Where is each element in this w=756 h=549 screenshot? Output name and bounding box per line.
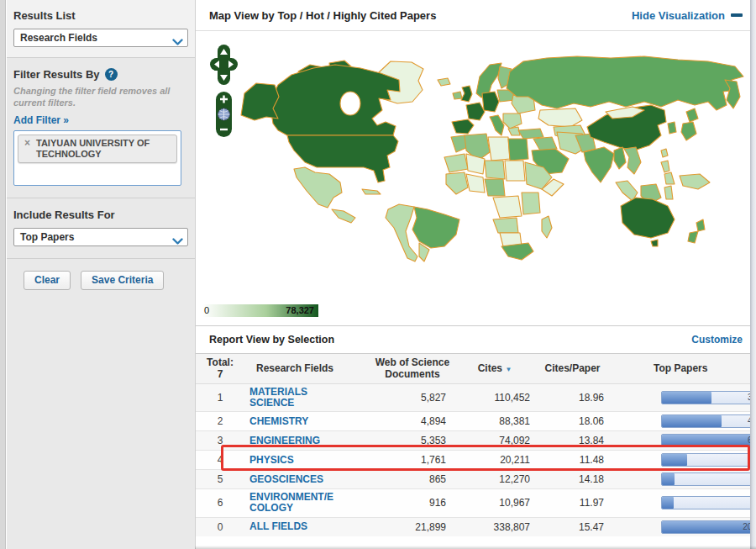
help-icon[interactable]: ?	[105, 68, 118, 81]
rank-cell: 0	[196, 517, 244, 536]
cites-cell: 12,270	[453, 470, 537, 489]
top-papers-value: 19	[748, 455, 756, 464]
research-field-link[interactable]: PHYSICS	[249, 455, 294, 466]
col-cites-sortable[interactable]: Cites ▼	[453, 354, 537, 384]
cites-per-paper-cell: 13.84	[537, 431, 608, 451]
esi-window: Results List Research Fields Filter Resu…	[0, 0, 756, 549]
table-row: 2 CHEMISTRY 4,894 88,381 18.06 48	[196, 412, 756, 431]
wos-cell: 1,761	[369, 451, 453, 470]
cites-per-paper-cell: 11.97	[537, 489, 608, 517]
rank-cell: 1	[196, 383, 244, 411]
include-results-heading: Include Results For	[13, 209, 188, 221]
map-countries	[241, 56, 743, 261]
add-filter-link[interactable]: Add Filter »	[13, 114, 69, 126]
legend-max-value: 78,327	[286, 305, 314, 315]
chevron-down-icon[interactable]	[172, 34, 183, 50]
top-papers-bar: 63	[661, 434, 756, 447]
top-papers-bar: 19	[661, 453, 756, 467]
hide-visualization-link[interactable]: Hide Visualization	[632, 9, 743, 22]
research-field-link[interactable]: ENGINEERING	[249, 436, 320, 446]
col-research-fields: Research Fields	[244, 354, 369, 384]
research-field-link[interactable]: GEOSCIENCES	[249, 474, 323, 485]
map-area: 0 78,327	[196, 31, 756, 325]
include-results-section: Include Results For Top Papers	[7, 198, 195, 259]
sidebar: Results List Research Fields Filter Resu…	[7, 0, 195, 549]
cites-per-paper-cell: 18.96	[537, 383, 608, 411]
sort-desc-icon: ▼	[505, 366, 512, 373]
col-wos-documents: Web of Science Documents	[369, 354, 453, 384]
cites-cell: 110,452	[453, 383, 537, 411]
chevron-down-icon[interactable]	[172, 234, 183, 249]
top-papers-bar: 39	[661, 391, 756, 404]
clear-button[interactable]: Clear	[24, 271, 71, 290]
table-row: 3 ENGINEERING 5,353 74,092 13.84 63	[196, 431, 756, 451]
include-results-dropdown-value: Top Papers	[14, 229, 187, 245]
table-row-highlighted: 4 PHYSICS 1,761 20,211 11.48 19	[196, 451, 756, 470]
wos-cell: 4,894	[369, 412, 453, 431]
map-pan-zoom-controls[interactable]	[209, 43, 239, 140]
collapse-minus-icon	[731, 13, 743, 17]
report-view-header: Report View by Selection Customize	[196, 325, 756, 353]
table-row: 5 GEOSCIENCES 865 12,270 14.18 9	[196, 470, 756, 489]
rank-cell: 6	[196, 489, 244, 517]
top-papers-bar: 48	[661, 414, 756, 428]
results-list-heading: Results List	[13, 9, 188, 22]
research-field-link[interactable]: ALL FIELDS	[249, 521, 307, 532]
table-row: 6 ENVIRONMENT/ECOLOGY 916 10,967 11.97 8	[196, 489, 756, 517]
top-papers-value: 63	[748, 436, 756, 445]
report-view-title: Report View by Selection	[209, 334, 334, 346]
pan-control[interactable]	[210, 45, 238, 85]
cites-cell: 338,807	[453, 517, 537, 536]
cites-per-paper-cell: 18.06	[537, 412, 608, 431]
research-field-link[interactable]: ENVIRONMENT/ECOLOGY	[249, 492, 339, 514]
research-field-link[interactable]: CHEMISTRY	[249, 416, 308, 427]
map-view-title: Map View by Top / Hot / Highly Cited Pap…	[209, 9, 436, 22]
cites-cell: 20,211	[453, 451, 537, 470]
customize-link[interactable]: Customize	[691, 334, 743, 346]
wos-cell: 21,899	[369, 517, 453, 536]
top-papers-bar: 8	[661, 496, 756, 509]
zoom-control[interactable]	[216, 92, 232, 137]
wos-cell: 916	[369, 489, 453, 517]
filter-tag-label: TAIYUAN UNIVERSITY OF TECHNOLOGY	[36, 138, 150, 159]
table-row: 0 ALL FIELDS 21,899 338,807 15.47 206	[196, 517, 756, 536]
col-top-papers: Top Papers	[608, 354, 756, 384]
filter-list-box[interactable]: × TAIYUAN UNIVERSITY OF TECHNOLOGY	[13, 130, 181, 186]
col-cites-per-paper: Cites/Paper	[537, 354, 608, 384]
top-papers-value: 8	[752, 498, 756, 507]
include-results-dropdown[interactable]: Top Papers	[13, 228, 188, 246]
sidebar-actions: Clear Save Criteria	[7, 259, 195, 290]
report-table: Total:7 Research Fields Web of Science D…	[196, 353, 756, 536]
wos-cell: 5,827	[369, 383, 453, 411]
remove-filter-icon[interactable]: ×	[24, 137, 30, 149]
legend-min-value: 0	[204, 305, 209, 315]
filter-results-heading: Filter Results By	[13, 68, 100, 81]
world-map-choropleth[interactable]	[207, 41, 752, 267]
cites-per-paper-cell: 11.48	[537, 451, 608, 470]
hide-visualization-label: Hide Visualization	[632, 9, 725, 22]
results-list-section: Results List Research Fields	[7, 0, 195, 58]
results-list-dropdown-value: Research Fields	[14, 29, 187, 46]
top-papers-value: 39	[748, 393, 756, 402]
table-header-row: Total:7 Research Fields Web of Science D…	[196, 354, 756, 384]
filter-tag: × TAIYUAN UNIVERSITY OF TECHNOLOGY	[18, 135, 177, 163]
top-papers-value: 48	[748, 416, 756, 425]
cites-cell: 88,381	[453, 412, 537, 431]
cites-cell: 74,092	[453, 431, 537, 451]
rank-cell: 2	[196, 412, 244, 431]
save-criteria-button[interactable]: Save Criteria	[81, 271, 164, 290]
top-papers-value: 206	[743, 522, 756, 531]
rank-cell: 4	[196, 451, 244, 470]
col-total: Total:7	[196, 354, 244, 384]
collapsed-panel-strip[interactable]	[0, 0, 6, 549]
filter-note: Changing the filter field removes all cu…	[13, 86, 177, 109]
results-list-dropdown[interactable]: Research Fields	[13, 29, 188, 47]
top-papers-value: 9	[752, 474, 756, 483]
rank-cell: 3	[196, 431, 244, 451]
cites-per-paper-cell: 14.18	[537, 470, 608, 489]
main-panel: Map View by Top / Hot / Highly Cited Pap…	[195, 0, 756, 549]
map-view-header: Map View by Top / Hot / Highly Cited Pap…	[196, 0, 756, 31]
research-field-link[interactable]: MATERIALS SCIENCE	[249, 387, 339, 409]
table-row: 1 MATERIALS SCIENCE 5,827 110,452 18.96 …	[196, 383, 756, 411]
wos-cell: 865	[369, 470, 453, 489]
